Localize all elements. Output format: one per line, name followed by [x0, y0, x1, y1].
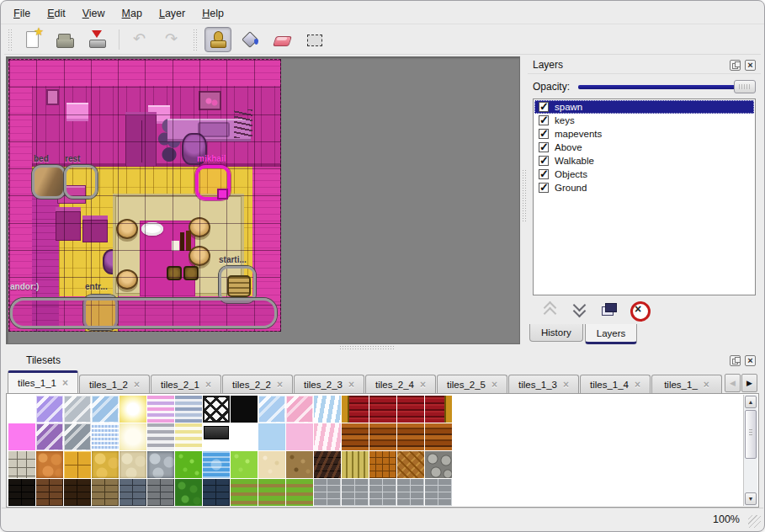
tile-planks-brown[interactable] [369, 423, 396, 450]
scroll-down-icon[interactable]: ▼ [745, 492, 757, 505]
tile-glass-gray[interactable] [64, 396, 91, 423]
layer-row-Objects[interactable]: Objects [534, 168, 754, 181]
tile-white[interactable] [8, 396, 35, 423]
tile-curtain-pink[interactable] [314, 423, 341, 450]
tile-brick-gray[interactable] [147, 479, 174, 506]
select-tool-button[interactable] [300, 27, 327, 52]
layer-visibility-checkbox[interactable] [539, 183, 549, 193]
dock-tab-history[interactable]: History [529, 324, 583, 342]
menu-map[interactable]: Map [114, 5, 150, 22]
tile-grass-rows[interactable] [231, 479, 258, 506]
map-object-andor[interactable] [10, 298, 277, 328]
layer-visibility-checkbox[interactable] [539, 115, 549, 125]
tileset-tab-tiles_2_2[interactable]: tiles_2_2× [222, 375, 293, 393]
tileset-tab-tiles_2_3[interactable]: tiles_2_3× [294, 375, 364, 393]
map-object-rest[interactable] [64, 165, 98, 199]
tile-cobble-gray[interactable] [147, 451, 174, 478]
tab-close-icon[interactable]: × [563, 379, 569, 391]
tile-brick-tan[interactable] [92, 479, 119, 506]
tileset-tab-tiles_1_2[interactable]: tiles_1_2× [79, 375, 150, 393]
tile-stripes-pink[interactable] [147, 396, 174, 423]
tile-carpet-red-right[interactable] [425, 396, 452, 423]
tileset-tab-tiles_2_1[interactable]: tiles_2_1× [151, 375, 221, 393]
tab-close-icon[interactable]: × [348, 379, 354, 391]
tile-carpet-red-left[interactable] [342, 396, 369, 423]
tab-close-icon[interactable]: × [491, 379, 497, 391]
layer-visibility-checkbox[interactable] [539, 129, 549, 139]
tile-lattice[interactable] [203, 396, 230, 423]
tile-brick-lightgray[interactable] [369, 479, 396, 506]
opacity-slider[interactable] [578, 79, 756, 94]
scroll-tabs-right-button[interactable]: ▶ [741, 374, 757, 392]
eraser-tool-button[interactable] [268, 27, 295, 52]
tile-grass-rows[interactable] [258, 479, 285, 506]
map-viewport[interactable]: bed rest mikhail andor:) entr... starti.… [6, 56, 520, 344]
vertical-splitter-handle[interactable] [522, 169, 527, 221]
tab-close-icon[interactable]: × [277, 379, 283, 391]
tile-herringbone[interactable] [397, 451, 424, 478]
tab-close-icon[interactable]: × [134, 379, 140, 391]
tab-close-icon[interactable]: × [420, 379, 426, 391]
tile-brick-brown[interactable] [36, 479, 63, 506]
tile-glass-gray-dark[interactable] [64, 423, 91, 450]
lower-layer-button[interactable] [568, 299, 590, 319]
object-resize-handle[interactable] [217, 189, 228, 200]
tile-glass-blue[interactable] [92, 396, 119, 423]
tileset-view[interactable]: ▲ ▼ [6, 393, 759, 508]
tab-close-icon[interactable]: × [62, 377, 68, 389]
tileset-tab-tiles_1_4[interactable]: tiles_1_4× [580, 375, 651, 393]
tile-brick-lightgray[interactable] [425, 479, 452, 506]
menu-file[interactable]: File [6, 5, 38, 22]
tile-black[interactable] [231, 396, 258, 423]
tile-cobble-beige[interactable] [120, 451, 146, 478]
tab-close-icon[interactable]: × [635, 379, 640, 391]
new-map-button[interactable] [19, 27, 46, 52]
layer-row-Walkable[interactable]: Walkable [534, 154, 754, 168]
tileset-tab-tiles_1_3[interactable]: tiles_1_3× [508, 375, 579, 393]
tileset-tab-tiles_1_[interactable]: tiles_1_× [651, 375, 722, 393]
tile-hedge[interactable] [175, 479, 202, 506]
layer-visibility-checkbox[interactable] [539, 169, 549, 179]
open-map-button[interactable] [51, 27, 78, 52]
layer-row-keys[interactable]: keys [534, 114, 754, 127]
tile-brick-bluegray[interactable] [120, 479, 146, 506]
tile-glow-pale[interactable] [120, 423, 146, 450]
tile-carpet-red[interactable] [369, 396, 396, 423]
scroll-tabs-left-button[interactable]: ◀ [725, 374, 741, 392]
opacity-slider-handle[interactable] [734, 80, 756, 93]
tile-stone-blocks[interactable] [8, 451, 35, 478]
tileset-tab-tiles_2_4[interactable]: tiles_2_4× [365, 375, 436, 393]
toolbar-drag-handle-2[interactable] [193, 29, 199, 51]
tile-logs[interactable] [425, 451, 452, 478]
tile-planks-brown[interactable] [425, 423, 452, 450]
layer-visibility-checkbox[interactable] [539, 102, 549, 112]
tile-weave[interactable] [369, 451, 396, 478]
menu-edit[interactable]: Edit [40, 5, 73, 22]
tile-brick-black[interactable] [8, 479, 35, 506]
save-map-button[interactable] [83, 27, 110, 52]
tile-dirt[interactable] [286, 451, 313, 478]
tile-carpet-red[interactable] [397, 396, 424, 423]
layer-row-Above[interactable]: Above [534, 141, 754, 154]
tile-curtain-blue[interactable] [314, 396, 341, 423]
tile-stone-gold[interactable] [92, 451, 119, 478]
map-canvas[interactable]: bed rest mikhail andor:) entr... starti.… [8, 59, 281, 332]
tile-pink-bright[interactable] [8, 423, 35, 450]
tile-cobble-orange[interactable] [36, 451, 63, 478]
tile-shingles-dark[interactable] [314, 451, 341, 478]
map-object-bed[interactable] [32, 165, 66, 199]
menu-layer[interactable]: Layer [151, 5, 193, 22]
tile-water-shimmer[interactable] [92, 423, 119, 450]
menu-help[interactable]: Help [194, 5, 231, 22]
tile-planks-brown[interactable] [397, 423, 424, 450]
duplicate-layer-button[interactable] [598, 299, 619, 319]
layer-row-mapevents[interactable]: mapevents [534, 127, 754, 141]
float-panel-icon[interactable] [730, 355, 741, 366]
layer-list[interactable]: spawnkeysmapeventsAboveWalkableObjectsGr… [533, 98, 756, 295]
delete-layer-button[interactable] [627, 299, 649, 319]
tile-grass-rows[interactable] [286, 479, 313, 506]
toolbar-drag-handle[interactable] [8, 29, 13, 51]
tileset-tab-tiles_2_5[interactable]: tiles_2_5× [437, 375, 507, 393]
tileset-tab-tiles_1_1[interactable]: tiles_1_1× [8, 370, 78, 393]
close-panel-icon[interactable] [745, 60, 756, 71]
